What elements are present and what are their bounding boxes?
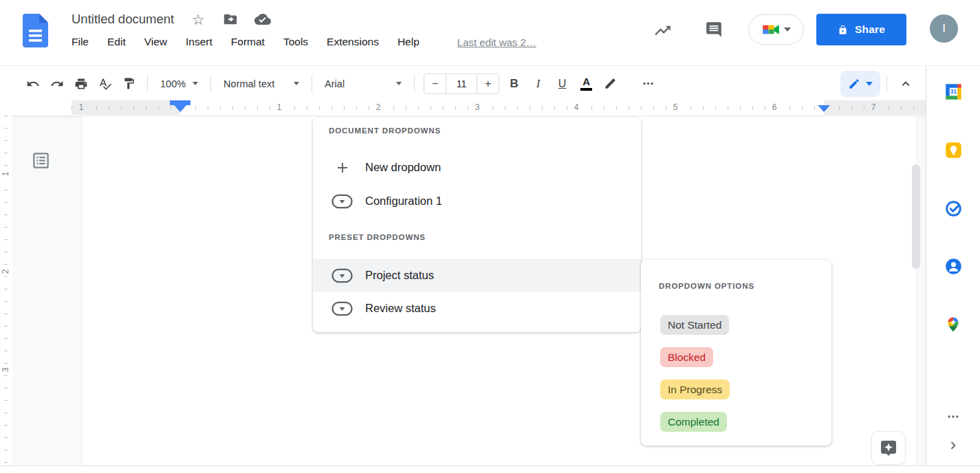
editing-mode-button[interactable] [840, 71, 880, 97]
dropdown-chip-icon [331, 268, 353, 283]
text-color-button[interactable]: A [574, 72, 598, 96]
paragraph-style-value: Normal text [224, 78, 274, 89]
right-indent-marker[interactable] [818, 105, 830, 112]
google-calendar-icon[interactable]: 31 [944, 82, 963, 101]
explore-button[interactable] [871, 431, 906, 465]
undo-button[interactable] [21, 72, 45, 96]
menu-item-view[interactable]: View [144, 36, 167, 48]
highlight-color-button[interactable] [598, 72, 622, 96]
toolbar-divider [147, 75, 148, 92]
toolbar-divider [414, 75, 415, 92]
option-chip-blocked[interactable]: Blocked [660, 347, 713, 367]
option-chip-in-progress[interactable]: In Progress [660, 380, 730, 399]
explore-sparkle-icon [878, 438, 899, 459]
account-avatar[interactable]: I [930, 14, 958, 43]
bold-button[interactable]: B [502, 72, 526, 96]
vertical-scrollbar[interactable] [912, 164, 920, 269]
option-chip-not-started[interactable]: Not Started [660, 315, 729, 335]
font-family-select[interactable]: Arial [318, 72, 408, 96]
italic-button[interactable]: I [526, 72, 550, 96]
menu-item-edit[interactable]: Edit [107, 36, 126, 48]
menu-bar-items: FileEditViewInsertFormatToolsExtensionsH… [72, 36, 420, 48]
toolbar-divider [886, 75, 887, 92]
dropdown-chip-icon [331, 301, 353, 316]
meet-dropdown-caret [784, 28, 791, 32]
ruler-number: 2 [373, 102, 384, 112]
star-icon[interactable]: ☆ [190, 11, 206, 28]
menu-item-tools[interactable]: Tools [283, 36, 308, 48]
share-button[interactable]: Share [816, 14, 906, 45]
dropdown-chip-icon [331, 194, 353, 209]
google-maps-icon[interactable] [944, 315, 963, 334]
app-header: Untitled document ☆ FileEditViewInsertFo… [0, 0, 980, 66]
get-add-ons-icon[interactable] [944, 407, 963, 426]
google-keep-icon[interactable] [944, 140, 963, 160]
last-edit-link[interactable]: Last edit was 2… [457, 36, 536, 48]
first-line-indent-marker[interactable] [174, 105, 186, 112]
hide-side-panel-icon[interactable] [944, 436, 963, 455]
plus-icon [331, 160, 353, 176]
toolbar-divider [312, 75, 312, 92]
menu-item-insert[interactable]: Insert [186, 36, 213, 48]
paragraph-style-select[interactable]: Normal text [217, 72, 305, 96]
menu-item-project-status[interactable]: Project status [313, 259, 641, 292]
share-button-label: Share [855, 23, 885, 36]
font-size-value[interactable]: 11 [446, 74, 477, 94]
svg-text:31: 31 [950, 88, 957, 95]
chevron-down-icon [193, 82, 198, 85]
document-activity-icon[interactable] [652, 20, 673, 41]
menu-item-label: New dropdown [365, 161, 441, 174]
redo-button[interactable] [45, 72, 69, 96]
comment-history-icon[interactable] [704, 19, 724, 40]
font-family-value: Arial [325, 78, 345, 89]
meet-join-call-button[interactable] [748, 14, 804, 45]
ruler-number: 1 [1, 169, 10, 179]
hide-menus-button[interactable] [893, 72, 917, 96]
google-side-panel: 31 [926, 66, 980, 473]
section-title-preset-dropdowns: PRESET DROPDOWNS [329, 233, 426, 241]
ruler-number: 4 [571, 102, 582, 112]
ruler-number: 3 [1, 365, 10, 375]
dropdown-options-submenu: DROPDOWN OPTIONS Not StartedBlockedIn Pr… [641, 260, 831, 446]
menu-item-format[interactable]: Format [231, 36, 265, 48]
option-chip-completed[interactable]: Completed [660, 412, 727, 432]
menu-bar: FileEditViewInsertFormatToolsExtensionsH… [72, 36, 536, 48]
document-title[interactable]: Untitled document [72, 12, 174, 27]
menu-item-label: Project status [365, 269, 434, 282]
toolbar-divider [210, 75, 211, 92]
horizontal-ruler[interactable]: 11234567 [0, 100, 926, 115]
zoom-select[interactable]: 100% [154, 72, 204, 96]
document-outline-button[interactable] [30, 149, 52, 171]
chevron-down-icon [396, 82, 402, 85]
spelling-check-button[interactable] [93, 72, 117, 96]
google-tasks-icon[interactable] [944, 199, 963, 218]
menu-item-extensions[interactable]: Extensions [327, 36, 379, 48]
paint-format-button[interactable] [117, 72, 141, 96]
menu-item-review-status[interactable]: Review status [313, 292, 641, 325]
menu-item-new-dropdown[interactable]: New dropdown [313, 151, 641, 184]
underline-button[interactable]: U [550, 72, 574, 96]
zoom-value: 100% [160, 78, 186, 89]
google-contacts-icon[interactable] [944, 256, 963, 276]
move-folder-icon[interactable] [222, 11, 239, 28]
menu-item-configuration-1[interactable]: Configuration 1 [313, 184, 641, 218]
ruler-number: 1 [76, 102, 87, 112]
menu-item-help[interactable]: Help [398, 36, 420, 48]
left-indent-marker[interactable] [170, 100, 190, 105]
window-bottom-edge [0, 465, 980, 473]
menu-item-file[interactable]: File [72, 36, 89, 48]
google-docs-logo[interactable] [23, 14, 48, 47]
document-status-cloud-icon[interactable] [254, 11, 271, 28]
editing-mode-caret [866, 82, 873, 86]
vertical-ruler[interactable]: 123 [0, 116, 12, 465]
menu-item-label: Review status [365, 302, 436, 315]
document-canvas: DOCUMENT DROPDOWNS New dropdown Configur… [0, 116, 926, 465]
font-size-control: − 11 + [424, 74, 499, 94]
print-button[interactable] [69, 72, 93, 96]
insert-dropdown-menu: DOCUMENT DROPDOWNS New dropdown Configur… [313, 118, 641, 332]
more-toolbar-options-button[interactable] [636, 72, 660, 96]
increase-font-size-button[interactable]: + [477, 74, 499, 94]
decrease-font-size-button[interactable]: − [424, 74, 446, 94]
ruler-ticks [72, 106, 926, 109]
menu-item-label: Configuration 1 [365, 195, 442, 208]
